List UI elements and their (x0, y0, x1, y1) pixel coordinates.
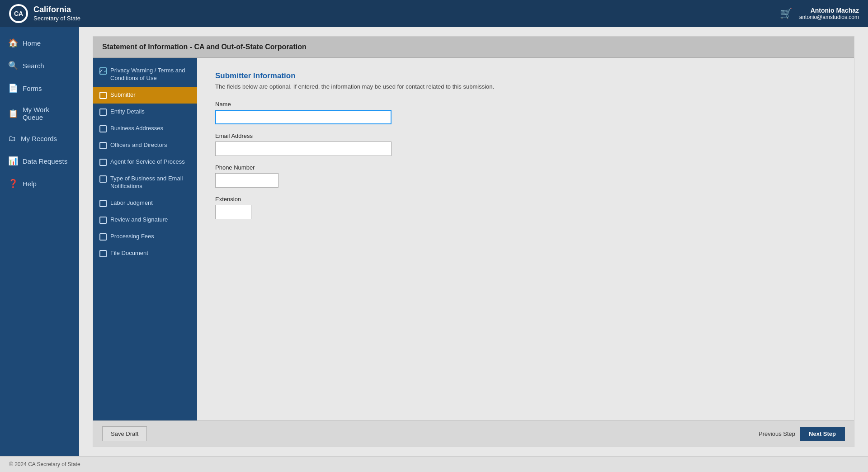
next-step-button[interactable]: Next Step (800, 427, 845, 441)
state-name: California (33, 5, 80, 15)
user-name: Antonio Machaz (799, 7, 859, 14)
footer-right: Previous Step Next Step (759, 427, 845, 441)
sidebar-item-forms[interactable]: 📄 Forms (0, 77, 79, 99)
form-header: Statement of Information - CA and Out-of… (93, 37, 854, 58)
name-input[interactable] (215, 110, 392, 124)
step-business-type[interactable]: Type of Business and Email Notifications (93, 170, 197, 195)
step-addresses[interactable]: Business Addresses (93, 120, 197, 137)
top-header: CA California Secretary of State 🛒 Anton… (0, 0, 868, 27)
step-fees-checkbox (99, 233, 107, 241)
sidebar-item-help[interactable]: ❓ Help (0, 172, 79, 195)
step-labor-checkbox (99, 200, 107, 207)
email-field-group: Email Address (215, 132, 836, 156)
left-sidebar: 🏠 Home 🔍 Search 📄 Forms 📋 My Work Queue … (0, 27, 79, 456)
step-file-label: File Document (110, 250, 148, 257)
sidebar-item-workqueue[interactable]: 📋 My Work Queue (0, 99, 79, 127)
step-privacy[interactable]: ✓ Privacy Warning / Terms and Conditions… (93, 62, 197, 87)
step-agent[interactable]: Agent for Service of Process (93, 154, 197, 170)
form-body: ✓ Privacy Warning / Terms and Conditions… (93, 58, 854, 420)
workqueue-icon: 📋 (8, 109, 18, 118)
steps-sidebar: ✓ Privacy Warning / Terms and Conditions… (93, 58, 197, 420)
extension-label: Extension (215, 196, 836, 203)
sidebar-label-search: Search (23, 62, 44, 70)
user-area: 🛒 Antonio Machaz antonio@amstudios.com (780, 7, 859, 20)
phone-input[interactable] (215, 173, 278, 188)
svg-text:CA: CA (14, 10, 23, 17)
step-submitter-checkbox (99, 92, 107, 99)
sidebar-label-workqueue: My Work Queue (23, 106, 71, 121)
step-file[interactable]: File Document (93, 245, 197, 262)
save-draft-button[interactable]: Save Draft (102, 426, 147, 441)
name-label: Name (215, 101, 836, 108)
step-business-type-label: Type of Business and Email Notifications (110, 175, 191, 190)
step-labor[interactable]: Labor Judgment (93, 195, 197, 212)
step-officers-label: Officers and Directors (110, 142, 167, 149)
prev-step-button[interactable]: Previous Step (759, 430, 795, 437)
form-title: Statement of Information - CA and Out-of… (102, 43, 307, 51)
sidebar-label-data: Data Requests (23, 157, 67, 165)
content-area: Statement of Information - CA and Out-of… (79, 27, 868, 456)
step-privacy-checkbox: ✓ (99, 67, 107, 75)
logo-circle: CA (9, 4, 28, 23)
phone-field-group: Phone Number (215, 164, 836, 188)
dept-name: Secretary of State (33, 15, 80, 22)
records-icon: 🗂 (8, 134, 16, 143)
step-addresses-checkbox (99, 125, 107, 132)
step-review-label: Review and Signature (110, 216, 168, 224)
step-officers-checkbox (99, 142, 107, 149)
section-desc: The fields below are optional. If entere… (215, 83, 836, 90)
cart-icon[interactable]: 🛒 (780, 8, 792, 19)
sidebar-label-home: Home (23, 39, 41, 47)
bottom-footer: © 2024 CA Secretary of State (0, 456, 868, 472)
step-submitter[interactable]: Submitter (93, 87, 197, 104)
step-labor-label: Labor Judgment (110, 199, 153, 207)
extension-input[interactable] (215, 205, 251, 219)
forms-icon: 📄 (8, 83, 18, 93)
sidebar-label-help: Help (23, 180, 37, 188)
step-business-type-checkbox (99, 175, 107, 183)
user-info: Antonio Machaz antonio@amstudios.com (799, 7, 859, 20)
form-footer: Save Draft Previous Step Next Step (93, 420, 854, 447)
step-fees[interactable]: Processing Fees (93, 228, 197, 245)
user-email: antonio@amstudios.com (799, 14, 859, 20)
search-icon: 🔍 (8, 61, 18, 71)
step-review[interactable]: Review and Signature (93, 212, 197, 228)
sidebar-item-home[interactable]: 🏠 Home (0, 32, 79, 54)
name-field-group: Name (215, 101, 836, 124)
sidebar-label-records: My Records (21, 135, 57, 142)
step-privacy-label: Privacy Warning / Terms and Conditions o… (110, 67, 191, 82)
sidebar-item-search[interactable]: 🔍 Search (0, 54, 79, 77)
step-agent-checkbox (99, 159, 107, 166)
step-fees-label: Processing Fees (110, 233, 154, 241)
email-label: Email Address (215, 132, 836, 139)
step-entity-label: Entity Details (110, 108, 145, 116)
logo-text: California Secretary of State (33, 5, 80, 22)
step-review-checkbox (99, 217, 107, 224)
sidebar-item-data[interactable]: 📊 Data Requests (0, 150, 79, 172)
extension-field-group: Extension (215, 196, 836, 219)
home-icon: 🏠 (8, 38, 18, 48)
email-input[interactable] (215, 142, 392, 156)
step-officers[interactable]: Officers and Directors (93, 137, 197, 154)
step-entity-checkbox (99, 109, 107, 116)
step-submitter-label: Submitter (110, 91, 136, 99)
step-entity[interactable]: Entity Details (93, 104, 197, 120)
copyright: © 2024 CA Secretary of State (9, 461, 80, 467)
data-icon: 📊 (8, 156, 18, 166)
sidebar-item-records[interactable]: 🗂 My Records (0, 127, 79, 150)
phone-label: Phone Number (215, 164, 836, 171)
form-container: Statement of Information - CA and Out-of… (93, 36, 854, 447)
help-icon: ❓ (8, 179, 18, 189)
main-layout: 🏠 Home 🔍 Search 📄 Forms 📋 My Work Queue … (0, 27, 868, 456)
step-addresses-label: Business Addresses (110, 125, 163, 132)
form-content: Submitter Information The fields below a… (197, 58, 854, 420)
section-title: Submitter Information (215, 71, 836, 80)
step-file-checkbox (99, 250, 107, 257)
logo-area: CA California Secretary of State (9, 4, 80, 23)
step-agent-label: Agent for Service of Process (110, 158, 185, 166)
sidebar-label-forms: Forms (23, 85, 42, 92)
